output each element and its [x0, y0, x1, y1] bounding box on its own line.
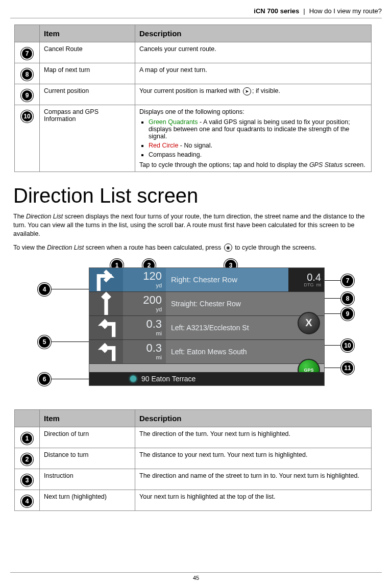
cycle-icon: ◉	[224, 243, 232, 252]
table-row: 9 Current position Your current position…	[15, 84, 372, 105]
item-name: Cancel Route	[40, 42, 135, 63]
distance-unit: yd	[156, 282, 162, 288]
instruction-text: Left: Eaton Mews South	[166, 340, 324, 363]
item-desc: The direction of the turn. Your next tur…	[135, 427, 372, 448]
callout-marker: 3	[21, 474, 33, 486]
position-icon	[130, 376, 136, 382]
header-separator: |	[303, 7, 305, 15]
direction-list-screenshot: 1 2 3 4 5 6 7 8 9 10 11 120yd Right: Che…	[17, 257, 375, 400]
item-desc: Cancels your current route.	[135, 42, 372, 63]
distance-unit: yd	[156, 306, 162, 312]
item-name: Next turn (highlighted)	[40, 490, 135, 510]
items-table-top: Item Description 7 Cancel Route Cancels …	[14, 25, 372, 172]
callout-10: 10	[341, 339, 354, 352]
distance-value: 0.3	[146, 343, 162, 354]
dtg-value: 0.4	[307, 272, 321, 282]
page-number: 45	[193, 575, 199, 581]
callout-marker: 10	[21, 110, 33, 123]
callout-11: 11	[341, 361, 354, 375]
item-name: Current position	[40, 84, 135, 105]
callout-marker: 2	[21, 453, 33, 466]
col-desc: Description	[135, 409, 372, 427]
dtg-panel[interactable]: 0.4 DTG mi	[288, 268, 324, 291]
page-footer: 45	[10, 572, 382, 581]
current-position-bar[interactable]: 90 Eaton Terrace	[89, 372, 324, 385]
distance-unit: mi	[156, 330, 162, 336]
table-row: 1 Direction of turn The direction of the…	[15, 427, 372, 448]
table-row: 8 Map of next turn A map of your next tu…	[15, 63, 372, 84]
callout-8: 8	[341, 292, 354, 305]
table-row: 3 Instruction The direction and name of …	[15, 469, 372, 490]
col-item: Item	[40, 409, 135, 427]
item-desc: The distance to your next turn. Your nex…	[135, 448, 372, 469]
list-item[interactable]: 200yd Straight: Chester Row	[89, 292, 324, 316]
distance-value: 200	[143, 295, 162, 306]
item-desc: Your next turn is highlighted at the top…	[135, 490, 372, 510]
col-blank	[15, 25, 40, 42]
list-item[interactable]: 0.3mi Left: A3213/Eccleston St	[89, 316, 324, 340]
position-icon: ➤	[243, 87, 251, 95]
callout-marker: 7	[21, 47, 33, 60]
table-row: 2 Distance to turn The distance to your …	[15, 448, 372, 469]
item-desc: The direction and name of the street to …	[135, 469, 372, 490]
callout-7: 7	[341, 274, 354, 287]
callout-marker: 8	[21, 68, 33, 81]
callout-marker: 4	[21, 495, 33, 507]
series-title: iCN 700 series	[254, 7, 299, 15]
item-name: Direction of turn	[40, 427, 135, 448]
cancel-route-button[interactable]: X	[298, 312, 320, 334]
instruction-text: Straight: Chester Row	[166, 292, 324, 315]
callout-marker: 9	[21, 89, 33, 102]
callout-marker: 1	[21, 432, 33, 445]
item-name: Map of next turn	[40, 63, 135, 84]
callout-9: 9	[341, 307, 354, 321]
table-row: 4 Next turn (highlighted) Your next turn…	[15, 490, 372, 510]
items-table-bottom: Item Description 1 Direction of turn The…	[14, 409, 372, 511]
list-item[interactable]: 0.3mi Left: Eaton Mews South	[89, 340, 324, 364]
callout-5: 5	[38, 335, 51, 349]
col-blank	[15, 409, 40, 427]
item-desc: Your current position is marked with ➤; …	[135, 84, 372, 105]
table-row: 10 Compass and GPS Information Displays …	[15, 105, 372, 172]
table-row: 7 Cancel Route Cancels your current rout…	[15, 42, 372, 63]
howto-paragraph: To view the Direction List screen when a…	[13, 243, 379, 252]
page-header: iCN 700 series | How do I view my route?	[10, 7, 382, 18]
chapter-title: How do I view my route?	[309, 7, 382, 15]
device-screen[interactable]: 120yd Right: Chester Row 200yd Straight:…	[89, 267, 325, 386]
item-desc: Displays one of the following options: G…	[135, 105, 372, 172]
callout-4: 4	[38, 283, 51, 296]
item-name: Distance to turn	[40, 448, 135, 469]
item-desc: A map of your next turn.	[135, 63, 372, 84]
turn-left-icon	[89, 340, 123, 363]
distance-value: 0.3	[146, 319, 162, 330]
item-name: Instruction	[40, 469, 135, 490]
section-heading: Direction List screen	[13, 184, 382, 207]
col-desc: Description	[135, 25, 372, 42]
col-item: Item	[40, 25, 135, 42]
intro-paragraph: The Direction List screen displays the n…	[13, 212, 379, 238]
callout-6: 6	[38, 373, 51, 386]
distance-value: 120	[143, 271, 162, 282]
current-street: 90 Eaton Terrace	[141, 375, 195, 383]
distance-unit: mi	[156, 354, 162, 360]
item-name: Compass and GPS Information	[40, 105, 135, 172]
